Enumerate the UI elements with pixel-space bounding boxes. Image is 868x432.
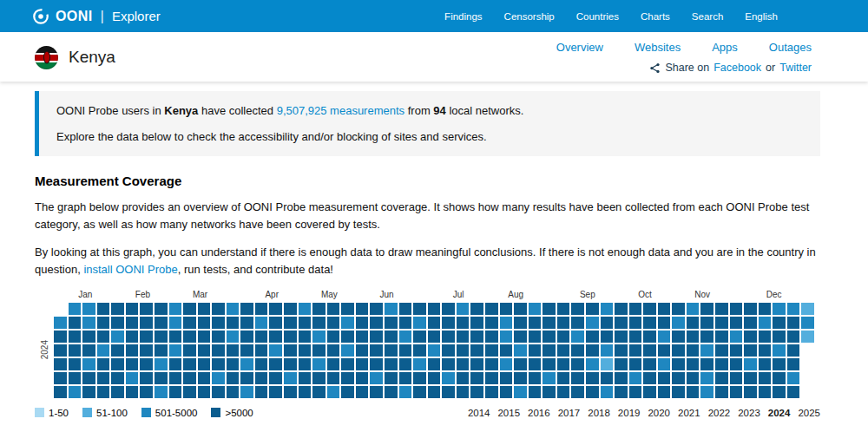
heatmap-cell[interactable] (155, 344, 168, 357)
heatmap-cell[interactable] (255, 358, 268, 370)
heatmap-cell[interactable] (54, 358, 67, 370)
heatmap-cell[interactable] (601, 303, 614, 315)
heatmap-cell[interactable] (457, 372, 470, 384)
heatmap-cell[interactable] (155, 331, 168, 343)
heatmap-cell[interactable] (54, 344, 67, 357)
heatmap-cell[interactable] (687, 303, 700, 315)
heatmap-cell[interactable] (140, 331, 153, 343)
heatmap-cell[interactable] (643, 386, 656, 398)
heatmap-cell[interactable] (700, 386, 713, 398)
heatmap-cell[interactable] (601, 372, 614, 384)
heatmap-cell[interactable] (529, 344, 542, 357)
topnav-item-english[interactable]: English (745, 11, 778, 22)
heatmap-cell[interactable] (183, 344, 196, 357)
heatmap-cell[interactable] (126, 331, 139, 343)
heatmap-cell[interactable] (212, 303, 225, 315)
heatmap-cell[interactable] (155, 386, 168, 398)
heatmap-cell[interactable] (155, 372, 168, 384)
heatmap-cell[interactable] (69, 344, 82, 357)
topnav-item-censorship[interactable]: Censorship (504, 11, 555, 22)
heatmap-cell[interactable] (715, 372, 728, 384)
heatmap-cell[interactable] (169, 344, 182, 357)
heatmap-cell[interactable] (485, 317, 498, 329)
heatmap-cell[interactable] (658, 303, 671, 315)
heatmap-cell[interactable] (269, 303, 282, 315)
heatmap-cell[interactable] (601, 386, 614, 398)
heatmap-cell[interactable] (514, 331, 527, 343)
heatmap-cell[interactable] (672, 372, 685, 384)
heatmap-cell[interactable] (601, 344, 614, 357)
heatmap-cell[interactable] (269, 331, 282, 343)
heatmap-cell[interactable] (97, 303, 110, 315)
heatmap-cell[interactable] (255, 372, 268, 384)
heatmap-cell[interactable] (744, 372, 757, 384)
heatmap-cell[interactable] (615, 358, 628, 370)
year-option-2021[interactable]: 2021 (678, 408, 700, 418)
heatmap-cell[interactable] (557, 344, 570, 357)
heatmap-cell[interactable] (82, 331, 95, 343)
share-twitter-link[interactable]: Twitter (779, 62, 812, 74)
heatmap-cell[interactable] (470, 358, 483, 370)
heatmap-cell[interactable] (586, 317, 599, 329)
heatmap-cell[interactable] (356, 331, 369, 343)
heatmap-cell[interactable] (111, 317, 124, 329)
heatmap-cell[interactable] (485, 344, 498, 357)
heatmap-cell[interactable] (169, 317, 182, 329)
heatmap-cell[interactable] (299, 344, 312, 357)
heatmap-cell[interactable] (269, 386, 282, 398)
heatmap-cell[interactable] (370, 358, 383, 370)
heatmap-cell[interactable] (773, 344, 786, 357)
heatmap-cell[interactable] (442, 344, 455, 357)
heatmap-cell[interactable] (542, 358, 556, 370)
heatmap-cell[interactable] (485, 386, 498, 398)
heatmap-cell[interactable] (341, 344, 354, 357)
heatmap-cell[interactable] (54, 386, 67, 398)
heatmap-cell[interactable] (370, 344, 383, 357)
heatmap-cell[interactable] (787, 358, 800, 370)
heatmap-cell[interactable] (299, 386, 312, 398)
heatmap-cell[interactable] (500, 386, 513, 398)
heatmap-cell[interactable] (356, 372, 369, 384)
heatmap-cell[interactable] (658, 331, 671, 343)
heatmap-cell[interactable] (457, 317, 470, 329)
heatmap-cell[interactable] (97, 317, 110, 329)
heatmap-cell[interactable] (759, 317, 772, 329)
heatmap-cell[interactable] (514, 358, 527, 370)
heatmap-cell[interactable] (428, 386, 441, 398)
heatmap-cell[interactable] (198, 344, 211, 357)
heatmap-cell[interactable] (413, 358, 426, 370)
year-option-2023[interactable]: 2023 (738, 408, 760, 418)
heatmap-cell[interactable] (399, 317, 412, 329)
heatmap-cell[interactable] (126, 386, 139, 398)
heatmap-cell[interactable] (500, 317, 513, 329)
heatmap-cell[interactable] (658, 344, 671, 357)
heatmap-cell[interactable] (615, 331, 628, 343)
heatmap-cell[interactable] (687, 344, 700, 357)
heatmap-cell[interactable] (327, 303, 340, 315)
heatmap-cell[interactable] (615, 344, 628, 357)
heatmap-cell[interactable] (629, 331, 642, 343)
heatmap-cell[interactable] (255, 331, 268, 343)
heatmap-cell[interactable] (341, 386, 354, 398)
heatmap-cell[interactable] (341, 331, 354, 343)
heatmap-cell[interactable] (485, 372, 498, 384)
heatmap-cell[interactable] (730, 317, 743, 329)
heatmap-cell[interactable] (428, 303, 441, 315)
year-option-2019[interactable]: 2019 (618, 408, 641, 418)
heatmap-cell[interactable] (629, 344, 642, 357)
heatmap-cell[interactable] (227, 317, 240, 329)
heatmap-cell[interactable] (341, 372, 354, 384)
heatmap-cell[interactable] (529, 386, 542, 398)
heatmap-cell[interactable] (140, 303, 153, 315)
heatmap-cell[interactable] (255, 303, 268, 315)
heatmap-cell[interactable] (629, 372, 642, 384)
heatmap-cell[interactable] (643, 358, 656, 370)
heatmap-cell[interactable] (312, 358, 326, 370)
heatmap-cell[interactable] (183, 358, 196, 370)
heatmap-cell[interactable] (82, 303, 95, 315)
heatmap-cell[interactable] (284, 358, 297, 370)
heatmap-cell[interactable] (399, 344, 412, 357)
heatmap-cell[interactable] (759, 331, 772, 343)
heatmap-cell[interactable] (643, 303, 656, 315)
heatmap-cell[interactable] (140, 372, 153, 384)
